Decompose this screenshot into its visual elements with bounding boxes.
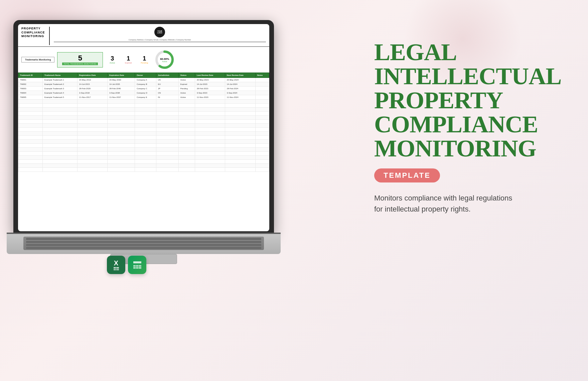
laptop-mockup: PROPERTY COMPLIANCE MONITORING YOUR LOGO… — [7, 20, 281, 341]
sheets-app-icon[interactable] — [128, 256, 146, 274]
stat-total-value: 5 — [62, 54, 98, 62]
donut-percent: 60.00% — [160, 57, 169, 60]
description-text: Monitors compliance with legal regulatio… — [374, 193, 514, 215]
table-row-empty — [18, 168, 269, 172]
col-expiration-date: Expiration Date — [108, 73, 135, 78]
right-content: LEGAL INTELLECTUAL PROPERTY COMPLIANCE M… — [374, 40, 568, 215]
table-header-row: Trademark ID Trademark Name Registration… — [18, 73, 269, 78]
stat-total: 5 TOTAL TRADEMARKS MONITORING — [57, 52, 103, 68]
stat-pending: 1 Pending — [138, 55, 151, 64]
col-trademark-id: Trademark ID — [18, 73, 43, 78]
table-row-empty — [18, 160, 269, 164]
keyboard-row-2 — [26, 241, 261, 243]
table-row-empty — [18, 104, 269, 108]
table-row-empty — [18, 100, 269, 104]
keyboard-row-3 — [26, 244, 261, 246]
table-row-empty — [18, 152, 269, 156]
stat-expired-label: Expired — [122, 62, 135, 64]
table-row: TM001Example Trademark 120-May-201320-Ma… — [18, 78, 269, 82]
col-last-review: Last Review Date — [195, 73, 225, 78]
table-row-empty — [18, 124, 269, 128]
table-row-empty — [18, 148, 269, 152]
nav-tab[interactable]: Trademarks Monitoring — [21, 57, 54, 62]
table-row-empty — [18, 128, 269, 132]
table-row: TM003Example Trademark 328-Feb-202028-Fe… — [18, 87, 269, 91]
donut-chart: 60.00% Active — [154, 49, 175, 71]
col-notes: Notes — [255, 73, 269, 78]
col-owner: Owner — [135, 73, 156, 78]
template-badge: TEMPLATE — [374, 168, 440, 182]
header-divider — [49, 27, 50, 45]
laptop-screen: PROPERTY COMPLIANCE MONITORING YOUR LOGO… — [18, 24, 269, 231]
company-info: Company Address | Company Email | Compan… — [129, 39, 191, 41]
title-line-2: INTELLECTUAL — [374, 64, 568, 88]
title-line-3: PROPERTY — [374, 88, 568, 112]
stats-area: Trademarks Monitoring 5 TOTAL TRADEMARKS… — [18, 47, 269, 73]
table-row-empty — [18, 136, 269, 140]
table-row: TM002Example Trademark 214-Jul-201514-Ju… — [18, 82, 269, 87]
table-row-empty — [18, 120, 269, 124]
trademarks-table: Trademark ID Trademark Name Registration… — [18, 73, 269, 172]
sheet-header: PROPERTY COMPLIANCE MONITORING YOUR LOGO… — [18, 24, 269, 47]
donut-label: 60.00% Active — [160, 57, 169, 62]
spreadsheet: PROPERTY COMPLIANCE MONITORING YOUR LOGO… — [18, 24, 269, 231]
company-title: PROPERTY COMPLIANCE MONITORING — [21, 27, 45, 38]
col-registration-date: Registration Date — [77, 73, 107, 78]
table-row: TM005Example Trademark 511-Nov-201711-No… — [18, 95, 269, 100]
table-row-empty — [18, 132, 269, 136]
table-row-empty — [18, 112, 269, 116]
table-row-empty — [18, 108, 269, 112]
table-row-empty — [18, 144, 269, 148]
keyboard-row-1 — [26, 238, 261, 240]
logo-area: YOUR LOGO Company Address | Company Emai… — [54, 27, 266, 42]
header-line — [54, 42, 266, 42]
stat-total-label: TOTAL TRADEMARKS MONITORING — [62, 62, 98, 65]
keyboard-row-4 — [26, 247, 261, 249]
table-row-empty — [18, 156, 269, 160]
title-line-4: COMPLIANCE — [374, 112, 568, 136]
stat-expired-value: 1 — [122, 55, 135, 61]
stat-active-label: Active — [106, 62, 119, 64]
col-next-review: Next Review Date — [225, 73, 255, 78]
table-row-empty — [18, 116, 269, 120]
stat-active-value: 3 — [106, 55, 119, 61]
table-row-empty — [18, 164, 269, 168]
donut-sublabel: Active — [160, 60, 169, 62]
app-icons-area: X — [107, 256, 146, 274]
stat-pending-label: Pending — [138, 62, 151, 64]
col-status: Status — [178, 73, 195, 78]
col-trademark-name: Trademark Name — [43, 73, 78, 78]
title-line-1: LEGAL — [374, 40, 568, 64]
stat-expired: 1 Expired — [122, 55, 135, 64]
logo-circle: YOUR LOGO — [154, 27, 165, 37]
table-row: TM004Example Trademark 43-Sep-20183-Sep-… — [18, 91, 269, 95]
title-line-5: MONITORING — [374, 136, 568, 160]
excel-app-icon[interactable]: X — [107, 256, 125, 274]
laptop-keyboard — [23, 237, 264, 250]
table-row-empty — [18, 140, 269, 144]
stat-pending-value: 1 — [138, 55, 151, 61]
col-jurisdiction: Jurisdiction — [156, 73, 178, 78]
stat-active: 3 Active — [106, 55, 119, 64]
laptop-bezel: PROPERTY COMPLIANCE MONITORING YOUR LOGO… — [13, 20, 274, 234]
